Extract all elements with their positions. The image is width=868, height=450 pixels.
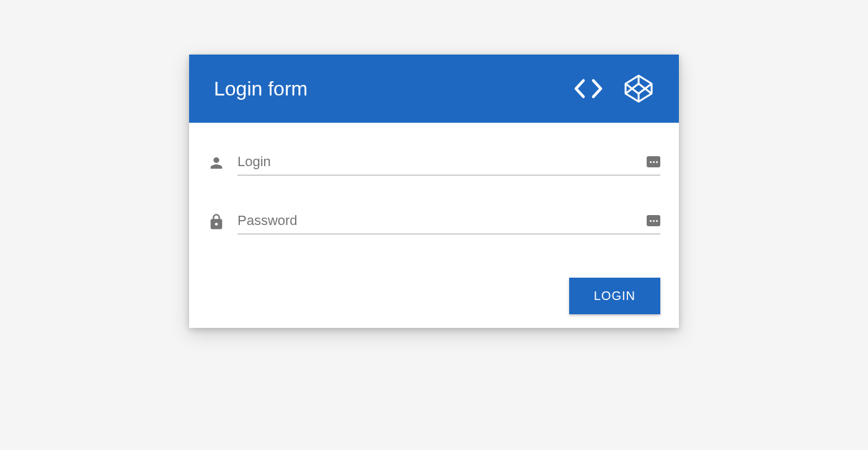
lock-icon: [208, 213, 225, 231]
password-input[interactable]: [237, 213, 642, 229]
password-field: [208, 213, 660, 234]
login-input-wrap: [237, 154, 660, 175]
login-button[interactable]: LOGIN: [569, 278, 660, 314]
person-icon: [208, 154, 225, 172]
header-actions: [572, 73, 654, 104]
password-input-wrap: [237, 213, 660, 234]
login-card: Login form: [189, 55, 679, 328]
autofill-icon[interactable]: [647, 215, 660, 226]
login-field: [208, 154, 660, 175]
codepen-icon[interactable]: [623, 73, 654, 104]
card-title: Login form: [214, 77, 308, 100]
card-actions: LOGIN: [208, 271, 660, 314]
card-body: LOGIN: [189, 123, 679, 328]
autofill-icon[interactable]: [647, 156, 660, 167]
login-input[interactable]: [237, 154, 642, 170]
code-icon[interactable]: [572, 78, 604, 99]
card-header: Login form: [189, 55, 679, 123]
